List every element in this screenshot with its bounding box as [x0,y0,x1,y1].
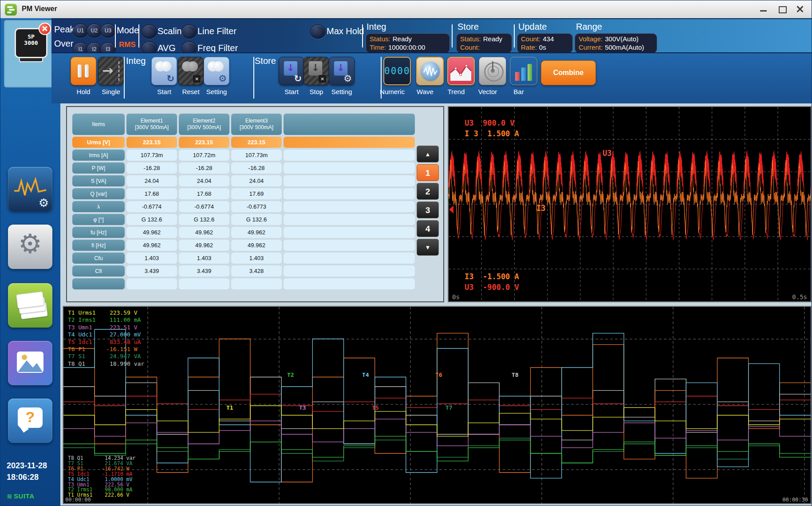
view-trend-button[interactable] [447,57,475,85]
row-label-11[interactable] [72,278,125,289]
update-status-box: Count:434 Rate:0s [517,33,573,53]
legend-entry-t2: T2Irms1111.00mA [68,316,144,324]
page-up-button[interactable]: ▲ [417,146,439,162]
value-cell: 24.04 [231,175,282,186]
view-vector-button[interactable] [479,57,506,85]
col-header-element3: Element3[300V 500mA] [231,114,282,135]
page-button-3[interactable]: 3 [417,202,439,218]
page-button-4[interactable]: 4 [417,220,439,237]
maximize-button[interactable] [775,4,788,15]
row-label-5[interactable]: λ [72,201,125,212]
status-toolbar: Peak Over U1U2U3I1I2I3 Mode RMS Scaling … [51,18,812,52]
gear-icon: ⚙ [343,73,352,84]
view-bar-button[interactable] [510,57,537,85]
device-model-line2: 3000 [16,40,46,46]
value-cell [284,240,415,251]
combine-button[interactable]: Combine [541,60,596,85]
page-down-button[interactable]: ▼ [417,239,439,256]
row-label-8[interactable]: fi [Hz] [72,240,125,251]
row-label-6[interactable]: φ [°] [72,214,125,225]
device-panel[interactable]: SP 3000 [4,20,56,87]
sidebar-settings-button[interactable]: ⚙ [8,225,52,269]
integ-reset-button[interactable]: × [178,57,204,85]
sidebar-screenshot-button[interactable] [8,341,52,385]
integ-setting-button[interactable]: ⚙ [204,57,229,85]
peak-indicator-u1: U1 [73,24,88,38]
save-icon: ↓ [308,61,323,76]
integ-start-button[interactable]: ↻ [151,57,177,85]
wave-time-start: 0s [452,293,460,300]
freq-filter-label: Freq Filter [197,43,238,53]
minimize-button[interactable] [757,4,770,15]
wave-time-end: 0.5s [792,293,807,300]
page-button-1[interactable]: 1 [417,164,439,181]
numeric-table: ItemsElement1[300V 500mA]Element2[300V 5… [72,114,415,289]
store-section-title: Store [457,22,479,32]
peak-indicator-u3: U3 [100,24,116,38]
max-hold-indicator[interactable] [310,24,326,39]
device-model-line1: SP [16,34,46,40]
value-cell: 223.15 [126,137,177,148]
row-label-1[interactable]: Irms [A] [72,150,125,161]
refresh-icon: ↻ [294,73,302,84]
row-label-10[interactable]: Cfi [72,265,125,277]
svg-text:T4: T4 [362,372,369,378]
device-icon-base [19,58,43,62]
col-header-blank [284,114,415,135]
page-button-2[interactable]: 2 [417,183,439,200]
row-label-3[interactable]: S [VA] [72,175,125,186]
svg-text:T6: T6 [435,372,442,378]
row-label-2[interactable]: P [W] [72,162,125,174]
store-setting-button[interactable]: ↓ ⚙ [329,57,355,85]
trend-icon [448,58,473,84]
trend-time-end: 00:00:30 [782,497,808,503]
sidebar-layers-button[interactable] [8,283,52,328]
trend-chart-panel: T2T4T6T8T1T3T5T7 T1Urms1223.59VT2Irms111… [63,306,812,504]
toolbar-label-numeric-8: Numeric [374,88,410,95]
value-cell: 49.962 [179,240,229,251]
integ-group-label: Integ [126,56,146,66]
single-button[interactable]: → [98,57,124,85]
close-button[interactable] [793,4,806,15]
value-cell: 49.962 [231,240,282,251]
sidebar-help-button[interactable]: ? [8,399,52,443]
value-cell: 223.15 [231,137,282,148]
scaling-indicator[interactable] [142,24,157,39]
value-cell: -0.6773 [231,201,282,212]
value-cell: 1.403 [126,253,177,264]
value-cell [284,150,415,161]
value-cell: -16.28 [126,162,177,174]
store-stop-button[interactable]: ↓ × [304,57,329,85]
store-status: Ready [483,35,502,43]
numeric-table-panel: ItemsElement1[300V 500mA]Element2[300V 5… [66,106,444,302]
row-label-0[interactable]: Urms [V] [72,137,125,148]
value-cell: 3.439 [126,265,177,277]
range-current: 500mA(Auto) [605,43,644,51]
value-cell: 24.04 [126,175,177,186]
wave-icon [421,62,440,80]
update-rate: 0s [539,43,546,51]
line-filter-indicator[interactable] [181,24,197,39]
sidebar-measure-display-button[interactable]: ⚙ [8,167,52,211]
toolbar-label-vector-11: Vector [470,88,505,95]
view-numeric-button[interactable]: 0000 [383,57,411,85]
hold-button[interactable] [71,57,96,85]
row-label-4[interactable]: Q [var] [72,188,125,199]
row-label-7[interactable]: fu [Hz] [72,227,125,238]
brand-logo: ≋SUITA [7,492,34,500]
view-wave-button[interactable] [416,57,444,85]
peak-over-label: Peak [54,24,75,35]
value-cell [284,253,415,264]
range-voltage: 300V(Auto) [605,35,639,43]
numeric-digits-icon: 0000 [384,66,410,76]
store-start-button[interactable]: ↓ ↻ [279,57,304,85]
image-icon [17,352,43,373]
legend-entry-t3: T3Umn1223.51V [68,324,144,331]
svg-text:T2: T2 [287,372,294,378]
value-cell: 1.403 [179,253,229,264]
wave-i3-max-label: I 3 1.500 A [465,129,519,138]
toolbar-label-trend-10: Trend [438,88,474,95]
row-label-9[interactable]: Cfu [72,253,125,264]
svg-text:I3: I3 [536,204,545,213]
wave-u3-min-label: U3 -900.0 V [465,283,519,292]
